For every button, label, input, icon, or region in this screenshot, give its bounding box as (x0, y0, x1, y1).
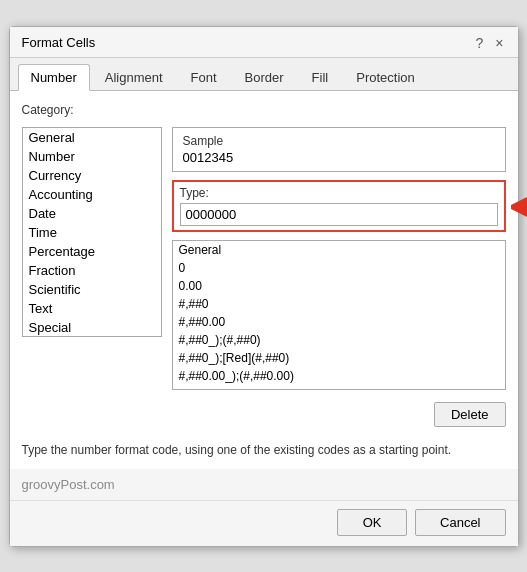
delete-button[interactable]: Delete (434, 402, 506, 427)
close-button[interactable]: × (493, 35, 505, 51)
category-item-general[interactable]: General (23, 128, 161, 147)
tab-protection[interactable]: Protection (343, 64, 428, 90)
main-row: General Number Currency Accounting Date … (22, 127, 506, 390)
category-item-scientific[interactable]: Scientific (23, 280, 161, 299)
type-label: Type: (180, 186, 498, 200)
category-item-accounting[interactable]: Accounting (23, 185, 161, 204)
category-item-time[interactable]: Time (23, 223, 161, 242)
category-item-number[interactable]: Number (23, 147, 161, 166)
format-item[interactable]: #,##0.00 (173, 313, 505, 331)
format-item[interactable]: #,##0.00_);(#,##0.00) (173, 367, 505, 385)
arrow-indicator (511, 190, 528, 228)
format-item[interactable]: #,##0_);(#,##0) (173, 331, 505, 349)
tabs-bar: Number Alignment Font Border Fill Protec… (10, 58, 518, 91)
type-container: Type: (172, 180, 506, 232)
category-panel: General Number Currency Accounting Date … (22, 127, 162, 390)
format-list[interactable]: General 0 0.00 #,##0 #,##0.00 #,##0_);(#… (172, 240, 506, 390)
tab-font[interactable]: Font (178, 64, 230, 90)
help-button[interactable]: ? (474, 35, 486, 51)
tab-number[interactable]: Number (18, 64, 90, 91)
dialog-footer: OK Cancel (10, 500, 518, 546)
format-item[interactable]: #,##0.00_);[Red](#,##0.00) (173, 385, 505, 390)
format-item[interactable]: #,##0 (173, 295, 505, 313)
format-item[interactable]: 0.00 (173, 277, 505, 295)
watermark: groovyPost.com (10, 469, 518, 500)
ok-button[interactable]: OK (337, 509, 407, 536)
category-item-currency[interactable]: Currency (23, 166, 161, 185)
tab-alignment[interactable]: Alignment (92, 64, 176, 90)
sample-value: 0012345 (183, 148, 495, 165)
format-item[interactable]: #,##0_);[Red](#,##0) (173, 349, 505, 367)
category-item-date[interactable]: Date (23, 204, 161, 223)
tab-fill[interactable]: Fill (299, 64, 342, 90)
type-box: Type: (172, 180, 506, 232)
sample-label: Sample (183, 134, 495, 148)
delete-row: Delete (22, 398, 506, 427)
title-bar: Format Cells ? × (10, 27, 518, 58)
format-cells-dialog: Format Cells ? × Number Alignment Font B… (9, 26, 519, 547)
category-list[interactable]: General Number Currency Accounting Date … (22, 127, 162, 337)
tab-border[interactable]: Border (232, 64, 297, 90)
main-content: Category: General Number Currency Accoun… (10, 91, 518, 439)
description: Type the number format code, using one o… (10, 439, 518, 469)
format-item[interactable]: 0 (173, 259, 505, 277)
sample-section: Sample 0012345 (172, 127, 506, 172)
type-input[interactable] (180, 203, 498, 226)
category-item-special[interactable]: Special (23, 318, 161, 337)
category-label: Category: (22, 103, 506, 117)
cancel-button[interactable]: Cancel (415, 509, 505, 536)
right-panel: Sample 0012345 Type: (172, 127, 506, 390)
category-item-percentage[interactable]: Percentage (23, 242, 161, 261)
category-item-fraction[interactable]: Fraction (23, 261, 161, 280)
dialog-title: Format Cells (22, 35, 96, 50)
format-item[interactable]: General (173, 241, 505, 259)
title-bar-controls: ? × (474, 35, 506, 51)
category-item-text[interactable]: Text (23, 299, 161, 318)
